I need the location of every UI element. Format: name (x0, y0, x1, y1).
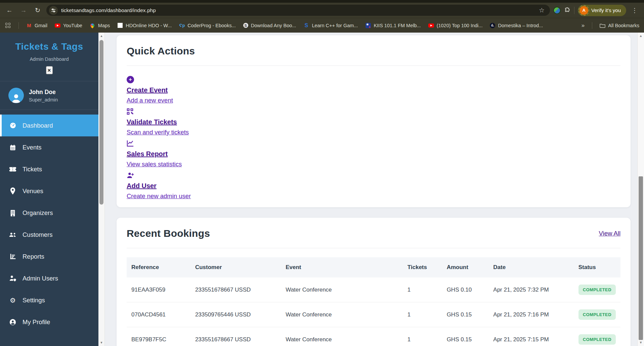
broken-image-icon: ✕ (46, 66, 53, 74)
qr-code-icon (127, 107, 620, 116)
sidebar-item-venues[interactable]: Venues (0, 180, 98, 202)
bookmarks-separator (18, 22, 19, 29)
validate-tickets-link[interactable]: Validate Tickets (127, 118, 177, 126)
bookmark-youtube[interactable]: YouTube (55, 23, 82, 28)
status-badge: COMPLETED (578, 309, 616, 320)
bookmark-gmail[interactable]: M Gmail (26, 23, 47, 28)
domestika-icon: ó. (490, 23, 495, 28)
sidebar-item-tickets[interactable]: Tickets (0, 158, 98, 180)
reload-button[interactable]: ↻ (32, 5, 43, 16)
bookmark-hdonline[interactable]: HDOnline HDO - W... (117, 23, 172, 28)
calendar-icon (9, 144, 16, 151)
sidebar: Tickets & Tags Admin Dashboard ✕ John Do… (0, 33, 98, 346)
bookmark-learn-cpp[interactable]: S Learn C++ for Gam... (303, 23, 358, 28)
app-subtitle: Admin Dashboard (3, 56, 95, 62)
blue-s-icon: S (303, 23, 309, 28)
site-settings-icon[interactable] (49, 6, 58, 15)
bookmarks-overflow-icon[interactable]: » (582, 22, 585, 29)
validate-tickets-sublink[interactable]: Scan and verify tickets (127, 129, 189, 136)
apps-grid-icon[interactable] (5, 22, 11, 29)
quick-action-sales-report: Sales Report View sales statistics (127, 139, 620, 169)
bookmark-maps[interactable]: Maps (90, 23, 110, 28)
extensions-icon[interactable] (564, 7, 571, 14)
sidebar-scrollbar[interactable]: ▲ ▼ (98, 33, 105, 346)
all-bookmarks-button[interactable]: All Bookmarks (600, 23, 639, 28)
sidebar-item-events[interactable]: Events (0, 136, 98, 158)
user-name: John Doe (29, 89, 58, 96)
recent-bookings-card: Recent Bookings View All Reference Custo… (117, 218, 631, 346)
col-event: Event (281, 257, 402, 277)
youtube-icon (428, 24, 434, 28)
quick-action-create-event: + Create Event Add a new event (127, 75, 620, 105)
window-top-strip (0, 0, 644, 3)
bookmark-top100[interactable]: (1020) Top 100 Indi... (428, 23, 483, 28)
app-brand: Tickets & Tags (3, 41, 95, 52)
sidebar-menu: Dashboard Events Tickets (0, 115, 98, 333)
gmail-icon: M (26, 23, 32, 28)
col-amount: Amount (442, 257, 489, 277)
ticket-icon (9, 166, 16, 172)
create-event-sublink[interactable]: Add a new event (127, 97, 173, 104)
sidebar-item-admin-users[interactable]: Admin Users (0, 267, 98, 289)
address-bar[interactable]: ticketsandtags.com/dashboard/index.php ☆ (46, 5, 550, 16)
table-row: 91EAA3F059 233551678667 USSD Water Confe… (127, 277, 620, 302)
maps-pin-icon (90, 23, 95, 28)
page-scrollbar-thumb[interactable] (639, 176, 643, 340)
sidebar-item-my-profile[interactable]: My Profile (0, 311, 98, 333)
sidebar-item-reports[interactable]: Reports (0, 246, 98, 267)
gauge-icon (9, 122, 16, 129)
view-all-link[interactable]: View All (599, 230, 620, 237)
bookmark-download-books[interactable]: S Download Any Boo... (243, 23, 296, 28)
white-square-icon (118, 23, 123, 28)
bookmark-kiis[interactable]: KIIS 101.1 FM Melb... (365, 23, 421, 28)
users-icon (9, 232, 16, 238)
col-date: Date (488, 257, 573, 277)
sales-report-sublink[interactable]: View sales statistics (127, 161, 182, 168)
youtube-icon (55, 24, 60, 28)
url-text[interactable]: ticketsandtags.com/dashboard/index.php (61, 7, 532, 13)
bookmark-coderprog[interactable]: Ϛp CoderProg - Ebooks... (179, 23, 235, 28)
profile-verify-label: Verify it's you (591, 7, 621, 13)
create-event-link[interactable]: Create Event (127, 86, 168, 94)
bookmark-star-icon[interactable]: ☆ (535, 6, 548, 14)
bookmark-domestika[interactable]: ó. Domestika – Introd... (490, 23, 543, 28)
toolbar-separator (574, 7, 574, 14)
sidebar-item-dashboard[interactable]: Dashboard (0, 115, 98, 136)
add-user-sublink[interactable]: Create new admin user (127, 192, 191, 200)
status-badge: COMPLETED (578, 334, 616, 345)
sidebar-item-organizers[interactable]: Organizers (0, 202, 98, 224)
back-button[interactable]: ← (4, 5, 15, 16)
col-reference: Reference (127, 257, 190, 277)
user-shield-icon (9, 275, 16, 282)
add-user-link[interactable]: Add User (127, 182, 157, 190)
sidebar-item-settings[interactable]: ⚙ Settings (0, 289, 98, 311)
scroll-down-icon[interactable]: ▼ (98, 340, 104, 345)
scroll-down-icon[interactable]: ▼ (638, 340, 644, 345)
table-row: 070ACD4561 233509765446 USSD Water Confe… (127, 302, 620, 327)
idm-extension-icon[interactable] (553, 7, 561, 14)
gear-icon: ⚙ (9, 297, 16, 304)
main-content: Quick Actions + Create Event Add a new e… (105, 33, 637, 346)
quick-actions-title: Quick Actions (127, 45, 620, 57)
profile-avatar: A (579, 6, 588, 15)
chart-bar-icon (9, 253, 16, 260)
user-circle-icon (9, 319, 16, 326)
sidebar-item-customers[interactable]: Customers (0, 224, 98, 246)
bookmarks-separator-2 (592, 22, 592, 29)
profile-verify-button[interactable]: A Verify it's you (578, 5, 626, 16)
browser-toolbar: ← → ↻ ticketsandtags.com/dashboard/index… (0, 3, 644, 18)
browser-menu-icon[interactable]: ⋮ (630, 7, 640, 14)
user-role: Super_admin (29, 97, 58, 102)
sidebar-header: Tickets & Tags Admin Dashboard ✕ (0, 33, 98, 81)
sidebar-scrollbar-thumb[interactable] (99, 40, 103, 205)
scroll-up-icon[interactable]: ▲ (638, 33, 644, 39)
forward-button[interactable]: → (18, 5, 29, 16)
quick-action-add-user: Add User Create new admin user (127, 171, 620, 201)
page-scrollbar[interactable]: ▲ ▼ (637, 33, 644, 346)
sales-report-link[interactable]: Sales Report (127, 150, 168, 158)
australia-flag-icon (366, 23, 371, 28)
col-tickets: Tickets (403, 257, 442, 277)
chart-line-icon (127, 139, 620, 148)
col-status: Status (574, 257, 620, 277)
scroll-up-icon[interactable]: ▲ (98, 34, 104, 38)
